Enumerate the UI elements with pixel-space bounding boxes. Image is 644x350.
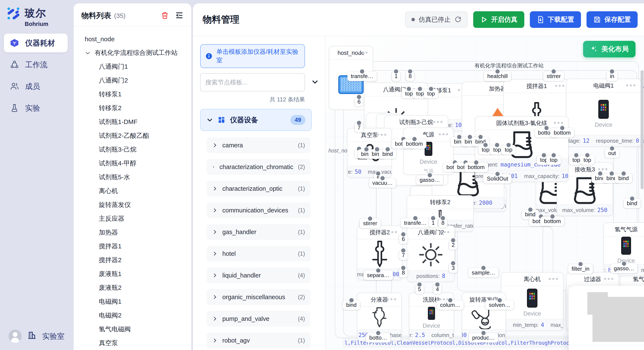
port-8[interactable]: 8: [399, 268, 408, 278]
port-transfe…[interactable]: transfe…: [347, 71, 377, 81]
tree-item[interactable]: 主反应器: [74, 212, 191, 226]
port-4[interactable]: 4: [433, 285, 442, 294]
tree-item[interactable]: 氢气电磁阀: [74, 322, 191, 336]
port-filter_in[interactable]: filter_in: [568, 264, 593, 274]
port-7[interactable]: 7: [399, 250, 408, 260]
tree-item[interactable]: 转移泵2: [74, 101, 191, 115]
sidebar: 玻尔 Bohrium 仪器耗材工作流成员实验 实验室: [0, 0, 72, 350]
port-7[interactable]: 7: [355, 123, 363, 133]
port-separa…[interactable]: separa…: [364, 270, 393, 280]
node-八通阀门2[interactable]: 八通阀门2•••positions:8: [407, 225, 455, 282]
chevron-down-icon[interactable]: [311, 78, 318, 86]
tree-item[interactable]: 真空泵: [74, 336, 191, 350]
category-instrument-devices[interactable]: 仪器设备 49: [200, 109, 312, 131]
tree-item[interactable]: 废液瓶2: [74, 281, 191, 295]
port-bottom[interactable]: bottom: [402, 139, 426, 149]
tree-item[interactable]: 转移泵1: [74, 87, 191, 101]
port-bind[interactable]: bind: [379, 149, 396, 159]
port-stirrer[interactable]: stirrer: [543, 71, 564, 81]
port-gasso…[interactable]: gasso…: [416, 175, 443, 185]
collapse-list-icon[interactable]: [175, 11, 184, 20]
template-category-camera[interactable]: camera(1): [206, 137, 310, 153]
下载配置-button[interactable]: 下载配置: [530, 11, 581, 28]
port-top[interactable]: top: [580, 155, 594, 165]
port-top[interactable]: top: [546, 155, 561, 165]
port-bottom[interactable]: bottom: [540, 216, 564, 226]
port-8[interactable]: 8: [406, 71, 414, 81]
port-bottom[interactable]: bottom: [550, 128, 574, 138]
template-category-robot_agv[interactable]: robot_agv(1): [206, 333, 310, 348]
template-category-characterization_optic[interactable]: characterization_optic(1): [206, 181, 310, 196]
port-vacuu…[interactable]: vacuu…: [369, 178, 396, 188]
tree-item[interactable]: 试剂瓶1-DMF: [74, 115, 191, 129]
template-category-gas_handler[interactable]: gas_handler(1): [206, 224, 310, 240]
port-transfe…[interactable]: transfe…: [400, 218, 430, 228]
port-solven…[interactable]: solven…: [485, 300, 514, 310]
port-bind[interactable]: bind: [623, 199, 640, 208]
port-in[interactable]: in: [606, 71, 618, 81]
sidebar-item-成员[interactable]: 成员: [4, 77, 68, 96]
template-category-characterization_chromatic[interactable]: characterization_chromatic(2): [206, 159, 310, 175]
sidebar-item-仪器耗材[interactable]: 仪器耗材: [4, 34, 68, 52]
port-bind[interactable]: bind: [343, 300, 360, 310]
template-category-liquid_handler[interactable]: liquid_handler(4): [206, 268, 310, 283]
开启仿真-button[interactable]: 开启仿真: [473, 11, 524, 28]
tree-item[interactable]: 搅拌器1: [74, 239, 191, 253]
port-heatchill[interactable]: heatchill: [484, 71, 511, 81]
port-SolidOut[interactable]: SolidOut: [484, 174, 512, 183]
port-botto…[interactable]: botto…: [366, 333, 390, 343]
port-5[interactable]: 5: [415, 285, 424, 294]
tree-item[interactable]: 试剂瓶3-己烷: [74, 143, 191, 157]
port-6[interactable]: 6: [399, 234, 408, 244]
tree-item[interactable]: 八通阀门1: [74, 60, 191, 74]
category-row-label: characterization_chromatic: [219, 164, 293, 171]
search-input[interactable]: [200, 73, 305, 91]
tree-item[interactable]: 试剂瓶5-水: [74, 170, 191, 184]
template-category-communication_devices[interactable]: communication_devices(1): [206, 202, 310, 218]
tree-item[interactable]: 试剂瓶2-乙酸乙酯: [74, 129, 191, 143]
node-电磁阀1[interactable]: 电磁阀1•••Devicevoltage:12response_time:0.1: [566, 79, 641, 147]
tree-item[interactable]: host_node: [74, 32, 191, 46]
port-stirrer[interactable]: stirrer: [360, 219, 380, 228]
beautify-layout-button[interactable]: 美化布局: [583, 41, 636, 57]
param: temp:180: [462, 332, 467, 339]
template-category-hotel[interactable]: hotel(1): [206, 246, 310, 262]
tree-item[interactable]: 电磁阀2: [74, 309, 191, 322]
port-1[interactable]: 1: [429, 218, 438, 228]
sidebar-item-实验[interactable]: 实验: [4, 99, 68, 117]
tree-item[interactable]: 废液瓶1: [74, 267, 191, 281]
category-row-count: (1): [298, 185, 305, 192]
canvas-scrollbar[interactable]: [640, 70, 644, 189]
保存配置-button[interactable]: 保存配置: [586, 11, 638, 28]
tree-item[interactable]: 旋转蒸发仪: [74, 198, 191, 212]
sidebar-footer[interactable]: 实验室: [8, 330, 64, 343]
port-top[interactable]: top: [501, 145, 516, 155]
port-gasso…[interactable]: gasso…: [610, 264, 638, 273]
template-category-pump_and_valve[interactable]: pump_and_valve(4): [206, 311, 310, 327]
port-out[interactable]: out: [605, 149, 619, 158]
port-colum…[interactable]: colum…: [436, 300, 464, 310]
tree-item[interactable]: 有机化学流程综合测试工作站: [74, 46, 191, 60]
tree-item[interactable]: 试剂瓶4-甲醇: [74, 157, 191, 170]
tree-item[interactable]: 离心机: [74, 184, 191, 198]
tree-item[interactable]: 搅拌器2: [74, 253, 191, 267]
port-8[interactable]: 8: [439, 218, 447, 228]
template-category-organic_miscellaneous[interactable]: organic_miscellaneous(2): [206, 289, 310, 305]
sidebar-item-工作流[interactable]: 工作流: [4, 55, 68, 74]
tree-item[interactable]: 电磁阀1: [74, 295, 191, 309]
trash-icon[interactable]: [160, 11, 169, 20]
port-sample…[interactable]: sample…: [468, 268, 498, 278]
port-bottom[interactable]: bottom: [464, 163, 488, 172]
port-bind[interactable]: bind: [615, 174, 632, 183]
tree-item[interactable]: 八通阀门2: [74, 74, 191, 87]
tree-item[interactable]: 加热器: [74, 226, 191, 239]
port-2[interactable]: 2: [449, 240, 458, 250]
port-6[interactable]: 6: [355, 97, 363, 107]
flow-canvas[interactable]: 美化布局 有机化学流程综合测试工作站 host_no... l,FilterPr…: [326, 36, 644, 350]
port-top[interactable]: top: [424, 89, 438, 98]
simulation-status[interactable]: 仿真已停止: [405, 11, 468, 28]
port-3[interactable]: 3: [449, 263, 458, 273]
port-produc…[interactable]: produc…: [469, 333, 498, 343]
port-1[interactable]: 1: [392, 71, 400, 81]
avatar[interactable]: [8, 330, 22, 343]
